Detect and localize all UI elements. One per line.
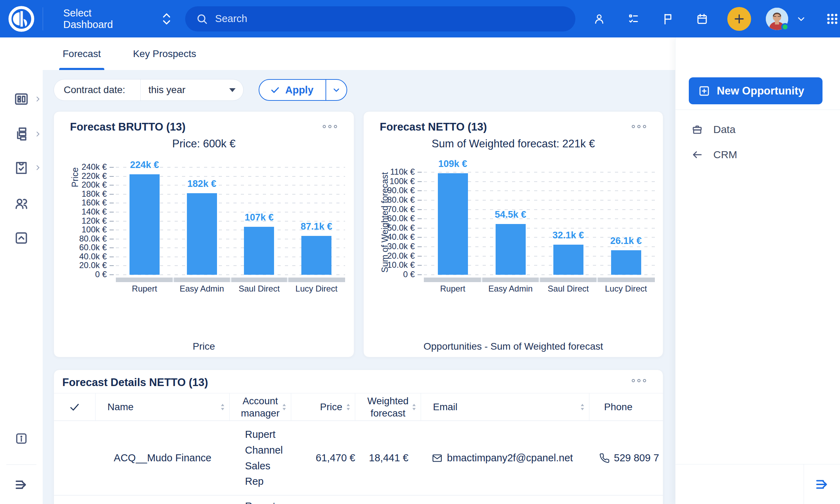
card-menu-icon[interactable]	[632, 379, 646, 382]
gridline	[424, 172, 655, 173]
chart-scrollbar[interactable]	[116, 278, 345, 282]
sidebar-item-orders[interactable]	[0, 155, 43, 180]
tab-forecast[interactable]: Forecast	[63, 37, 101, 70]
app-grid-menu-icon[interactable]	[825, 11, 840, 27]
quick-add-button[interactable]	[727, 7, 751, 31]
y-tick-label: 0 €	[54, 270, 107, 279]
table-row[interactable]: Rupert	[54, 496, 663, 504]
avatar-chevron-down-icon[interactable]	[796, 14, 806, 24]
tasks-icon[interactable]	[626, 12, 640, 26]
x-category-label: Rupert	[424, 284, 482, 294]
sidebar-item-dashboards[interactable]	[0, 86, 43, 112]
sidebar-expand-button[interactable]	[0, 472, 43, 497]
cell-price	[291, 496, 355, 504]
cell-name	[96, 496, 230, 504]
y-tick-label: 80.0k €	[364, 195, 415, 205]
cell-value: 61,470 €	[316, 452, 355, 464]
flag-icon[interactable]	[661, 12, 675, 26]
sidebar-item-contacts[interactable]	[0, 191, 43, 216]
bar-saul-direct[interactable]	[244, 227, 274, 275]
panel-item-data-label: Data	[713, 124, 735, 135]
apply-button[interactable]: Apply	[259, 80, 326, 100]
search-input[interactable]	[215, 13, 565, 24]
y-tick-label: 60.0k €	[54, 243, 107, 252]
y-tick-mark	[110, 274, 114, 275]
cell-email	[421, 496, 589, 504]
bar-rupert[interactable]	[438, 173, 468, 275]
global-search[interactable]	[185, 6, 576, 31]
tab-forecast-label: Forecast	[63, 48, 101, 59]
header-account-manager[interactable]: Account manager	[230, 393, 291, 420]
header-price[interactable]: Price	[291, 393, 355, 420]
dashboard-tabs: Forecast Key Prospects	[43, 37, 675, 70]
user-avatar[interactable]	[766, 8, 788, 30]
bar-saul-direct[interactable]	[553, 245, 583, 275]
header-name[interactable]: Name	[96, 393, 230, 420]
y-tick-mark	[418, 218, 422, 219]
contract-date-select[interactable]: this year	[141, 84, 243, 96]
y-tick-mark	[418, 246, 422, 247]
cell-value[interactable]: bmactimpany2f@cpanel.net	[447, 452, 573, 464]
info-icon	[14, 431, 29, 446]
bar-lucy-direct[interactable]	[301, 236, 331, 275]
header-phone[interactable]: Phone	[589, 393, 663, 420]
y-tick-label: 160k €	[54, 198, 107, 208]
contacts-icon[interactable]	[592, 12, 606, 26]
dashboard-selector-label: Select Dashboard	[63, 7, 144, 30]
y-tick-mark	[110, 176, 114, 177]
chevron-right-icon	[34, 131, 41, 138]
contract-date-filter: Contract date: this year	[54, 79, 244, 101]
sort-icon[interactable]	[410, 402, 418, 412]
sidebar-item-pipeline[interactable]	[0, 121, 43, 147]
y-tick-label: 100k €	[364, 176, 415, 186]
sidebar-item-info[interactable]	[0, 426, 43, 451]
bar-rupert[interactable]	[130, 174, 160, 275]
header-email[interactable]: Email	[421, 393, 589, 420]
cell-name: ACQ__Mudo Finance	[96, 421, 230, 495]
header-weighted-forecast[interactable]: Weighted forecast	[355, 393, 421, 420]
logo-icon	[7, 5, 36, 33]
sort-icon[interactable]	[280, 402, 288, 412]
header-select-column[interactable]	[54, 393, 96, 420]
y-tick-label: 80.0k €	[54, 234, 107, 244]
y-tick-mark	[418, 228, 422, 229]
hierarchy-icon	[13, 126, 29, 142]
row-select-cell[interactable]	[54, 421, 96, 495]
panel-item-data[interactable]: Data	[676, 117, 840, 142]
cell-weighted-forecast	[355, 496, 421, 504]
apply-dropdown-button[interactable]	[326, 80, 346, 100]
plus-icon	[733, 13, 746, 25]
new-opportunity-button[interactable]: New Opportunity	[689, 77, 822, 104]
bar-easy-admin[interactable]	[187, 193, 217, 275]
sidebar-item-export[interactable]	[0, 225, 43, 251]
header-label: Email	[433, 401, 457, 413]
select-all-check-icon[interactable]	[69, 401, 80, 413]
chevron-right-icon	[34, 164, 41, 171]
panel-collapse-button[interactable]	[804, 464, 840, 504]
panel-item-crm[interactable]: CRM	[676, 142, 840, 167]
sidebar-divider	[6, 464, 36, 465]
app-logo[interactable]	[0, 0, 43, 37]
y-tick-mark	[110, 194, 114, 195]
cell-value[interactable]: 529 809 7	[614, 452, 659, 464]
table-row[interactable]: ACQ__Mudo FinanceRupert Channel Sales Re…	[54, 421, 663, 496]
sort-icon[interactable]	[344, 402, 352, 412]
chart-scrollbar[interactable]	[424, 278, 655, 282]
dashboard-selector[interactable]: Select Dashboard	[43, 7, 185, 30]
cell-value: 18,441 €	[369, 452, 408, 464]
tab-key-prospects[interactable]: Key Prospects	[133, 37, 196, 70]
sort-icon[interactable]	[579, 402, 586, 412]
y-tick-label: 110k €	[364, 167, 415, 177]
y-tick-mark	[418, 237, 422, 238]
row-select-cell[interactable]	[54, 496, 96, 504]
y-tick-mark	[110, 221, 114, 222]
x-category-label: Easy Admin	[482, 284, 539, 294]
y-tick-label: 70.0k €	[364, 204, 415, 214]
calendar-icon[interactable]	[695, 12, 709, 26]
y-tick-mark	[418, 181, 422, 182]
bar-easy-admin[interactable]	[496, 224, 526, 275]
sort-icon[interactable]	[219, 402, 226, 412]
phone-icon	[599, 453, 610, 463]
bar-lucy-direct[interactable]	[611, 250, 641, 275]
check-icon	[270, 85, 280, 95]
